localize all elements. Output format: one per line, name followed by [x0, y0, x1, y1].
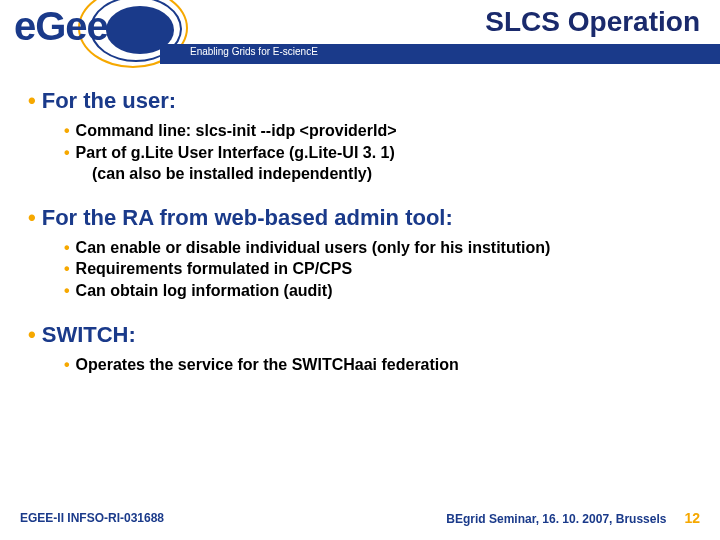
- bullet-icon: •: [64, 239, 70, 256]
- list-item: (can also be installed independently): [92, 163, 692, 185]
- header: eGee SLCS Operation Enabling Grids for E…: [0, 0, 720, 70]
- footer: EGEE-II INFSO-RI-031688 BEgrid Seminar, …: [0, 506, 720, 530]
- bullet-icon: •: [28, 322, 36, 347]
- egee-logo: eGee: [10, 0, 180, 65]
- section-heading: •For the RA from web-based admin tool:: [28, 205, 692, 231]
- slide-title: SLCS Operation: [485, 6, 700, 38]
- section-heading: •SWITCH:: [28, 322, 692, 348]
- footer-left: EGEE-II INFSO-RI-031688: [20, 511, 164, 525]
- bullet-icon: •: [64, 260, 70, 277]
- section-items: •Command line: slcs-init --idp <provider…: [64, 120, 692, 185]
- list-item: •Can enable or disable individual users …: [64, 237, 692, 259]
- bullet-icon: •: [64, 282, 70, 299]
- section-items: •Can enable or disable individual users …: [64, 237, 692, 302]
- bullet-icon: •: [28, 205, 36, 230]
- bullet-icon: •: [28, 88, 36, 113]
- section-ra: •For the RA from web-based admin tool: •…: [28, 205, 692, 302]
- bullet-icon: •: [64, 144, 70, 161]
- section-heading: •For the user:: [28, 88, 692, 114]
- list-item: •Operates the service for the SWITCHaai …: [64, 354, 692, 376]
- heading-text: SWITCH:: [42, 322, 136, 347]
- list-item: •Command line: slcs-init --idp <provider…: [64, 120, 692, 142]
- list-item: •Part of g.Lite User Interface (g.Lite-U…: [64, 142, 692, 164]
- footer-event: BEgrid Seminar, 16. 10. 2007, Brussels: [446, 512, 666, 526]
- section-user: •For the user: •Command line: slcs-init …: [28, 88, 692, 185]
- heading-text: For the user:: [42, 88, 176, 113]
- section-items: •Operates the service for the SWITCHaai …: [64, 354, 692, 376]
- list-item: •Requirements formulated in CP/CPS: [64, 258, 692, 280]
- heading-text: For the RA from web-based admin tool:: [42, 205, 453, 230]
- bullet-icon: •: [64, 122, 70, 139]
- section-switch: •SWITCH: •Operates the service for the S…: [28, 322, 692, 376]
- tagline: Enabling Grids for E-sciencE: [190, 46, 318, 57]
- slide-number: 12: [684, 510, 700, 526]
- footer-right: BEgrid Seminar, 16. 10. 2007, Brussels 1…: [446, 510, 700, 526]
- list-item: •Can obtain log information (audit): [64, 280, 692, 302]
- logo-text: eGee: [14, 4, 108, 49]
- slide: eGee SLCS Operation Enabling Grids for E…: [0, 0, 720, 540]
- content: •For the user: •Command line: slcs-init …: [28, 88, 692, 395]
- bullet-icon: •: [64, 356, 70, 373]
